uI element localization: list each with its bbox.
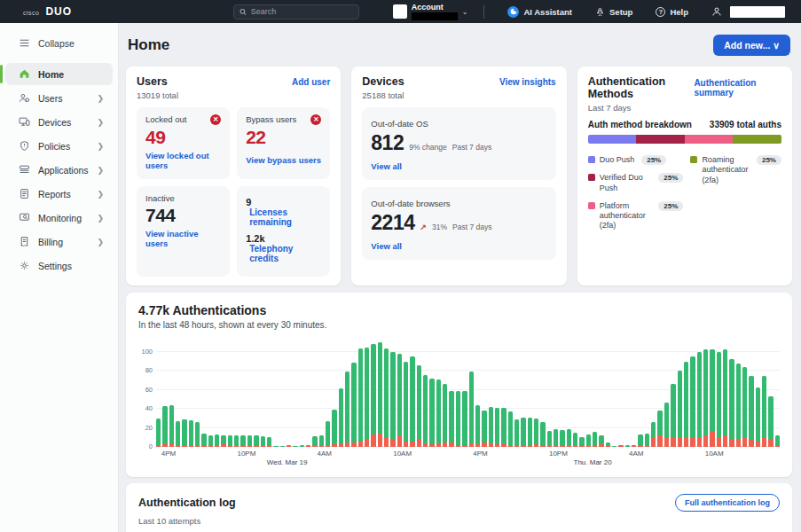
chart-bar (443, 384, 447, 447)
sidebar-item-devices[interactable]: Devices❯ (5, 111, 113, 133)
chart-bar (567, 429, 571, 447)
chart-bar (729, 359, 734, 447)
sidebar-item-monitoring[interactable]: Monitoring❯ (5, 207, 113, 229)
chart-bar (189, 420, 193, 447)
chart-bar (390, 352, 395, 447)
chart-bar (703, 349, 708, 447)
trend-up-icon: ↗ (420, 223, 428, 231)
sidebar-collapse-button[interactable]: Collapse (5, 32, 113, 54)
chart-bar (651, 422, 656, 447)
failure-segment (384, 437, 389, 447)
view-inactive-users-link[interactable]: View inactive users (145, 229, 221, 248)
sidebar-item-settings[interactable]: Settings (5, 254, 113, 277)
view-all-browsers-link[interactable]: View all (371, 241, 402, 251)
chart-bar (560, 430, 564, 447)
chart-bar (678, 371, 682, 447)
success-segment (508, 411, 513, 444)
account-logo (393, 4, 407, 19)
chart-bar (410, 356, 414, 447)
view-bypass-users-link[interactable]: View bypass users (246, 155, 321, 165)
success-segment (482, 411, 486, 442)
chart-bar (534, 419, 538, 447)
telephony-credits-link[interactable]: Telephony credits (249, 244, 321, 263)
devices-total: 25188 total (362, 90, 555, 100)
x-axis-tick: 10AM (705, 450, 724, 458)
success-segment (723, 349, 727, 435)
chart-bar (201, 434, 206, 447)
sidebar-item-home[interactable]: Home (5, 63, 113, 85)
success-segment (195, 422, 200, 446)
sidebar-item-policies[interactable]: Policies❯ (5, 135, 113, 157)
failure-segment (697, 437, 702, 447)
success-segment (358, 348, 363, 442)
billing-icon (18, 236, 30, 248)
help-button[interactable]: ? Help (656, 7, 688, 17)
legend-label: Duo Push (600, 155, 635, 165)
chart-bar (586, 434, 591, 447)
auth-method-breakdown-bar (588, 135, 781, 144)
view-locked-out-users-link[interactable]: View locked out users (145, 151, 221, 170)
chart-subtitle: In the last 48 hours, shown at every 30 … (138, 320, 780, 330)
username-redacted (730, 6, 785, 18)
setup-button[interactable]: Setup (595, 7, 632, 17)
success-segment (501, 408, 506, 443)
legend-swatch (588, 202, 595, 209)
success-segment (189, 420, 193, 445)
sidebar-item-users[interactable]: Users❯ (5, 87, 113, 109)
authentications-chart-card: 4.77k Authentications In the last 48 hou… (126, 293, 792, 477)
ai-assistant-button[interactable]: AI Assistant (507, 6, 572, 18)
success-segment (703, 349, 708, 435)
user-menu[interactable] (711, 6, 785, 18)
chart-bar (384, 348, 389, 447)
authentication-summary-link[interactable]: Authentication summary (694, 78, 781, 98)
success-segment (176, 421, 180, 446)
success-segment (638, 434, 642, 445)
view-insights-link[interactable]: View insights (499, 77, 556, 87)
setup-rocket-icon (595, 7, 605, 17)
chart-bar (365, 348, 369, 447)
success-segment (736, 364, 741, 440)
licenses-tile: 9 Licenses remaining 1.2k Telephony cred… (237, 186, 330, 277)
error-icon: ✕ (210, 114, 221, 125)
success-segment (469, 372, 474, 442)
x-axis-tick: 10PM (549, 450, 568, 458)
failure-segment (365, 439, 369, 447)
search-icon (240, 8, 247, 16)
success-segment (208, 435, 213, 446)
chart-bar (345, 372, 349, 447)
sidebar-item-applications[interactable]: Applications❯ (5, 159, 113, 181)
add-new-button[interactable]: Add new... ∨ (713, 35, 790, 56)
success-segment (201, 434, 206, 446)
chart-bar (319, 435, 324, 447)
chart-bar (547, 431, 552, 447)
chart-bar (339, 388, 343, 447)
chart-bar (508, 411, 513, 447)
success-segment (534, 419, 538, 444)
success-segment (319, 435, 324, 446)
add-new-label: Add new... (724, 40, 770, 51)
users-card-title: Users (137, 75, 168, 88)
chart-bar (710, 349, 714, 447)
locked-out-count: 49 (145, 127, 221, 148)
success-segment (547, 431, 552, 445)
failure-segment (417, 439, 421, 447)
licenses-remaining-link[interactable]: Licenses remaining (249, 207, 321, 227)
full-authentication-log-button[interactable]: Full authentication log (675, 494, 780, 512)
chart-bar (697, 352, 702, 447)
devices-icon (18, 116, 30, 129)
view-all-os-link[interactable]: View all (371, 161, 402, 171)
chart-bar (162, 406, 167, 447)
global-search[interactable] (233, 4, 359, 20)
os-change: 9% change (409, 143, 447, 152)
sidebar-item-billing[interactable]: Billing❯ (5, 231, 113, 253)
add-user-link[interactable]: Add user (292, 77, 330, 87)
search-input[interactable] (251, 7, 353, 16)
success-segment (240, 435, 245, 446)
help-label: Help (670, 7, 688, 17)
chart-bar (397, 354, 402, 447)
chart-bar (690, 356, 695, 447)
chart-bar (404, 362, 408, 447)
sidebar-item-reports[interactable]: Reports❯ (5, 183, 113, 205)
account-switcher[interactable]: Account ⌄ (393, 3, 468, 20)
success-segment (345, 372, 349, 442)
